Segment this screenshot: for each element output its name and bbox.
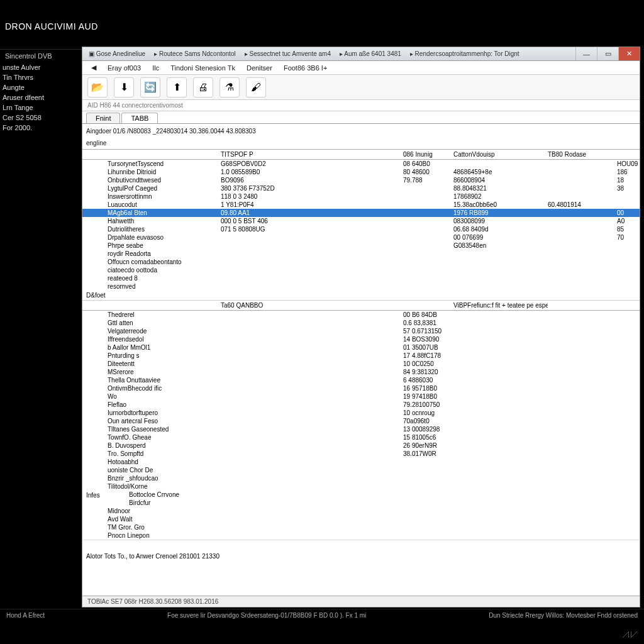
breadcrumb[interactable]: ▸ Rendercsoaptroitammenhp: Tor Dignt <box>408 50 522 57</box>
table-row[interactable]: Gttl atten0.6 83,838139(2029 erst11ifcli <box>82 319 640 327</box>
breadcrumb[interactable]: ▸ Aum aße 6401 3481 <box>337 50 404 57</box>
table-row[interactable]: Wo19 97418B0 <box>82 392 640 401</box>
table-row[interactable]: Iffreendsedol14 BOS3090 <box>82 335 640 343</box>
column-header[interactable]: TB80 Rodase <box>548 151 617 158</box>
tab-fnint[interactable]: Fnint <box>86 113 120 123</box>
cell: 88.8048321 <box>453 184 548 192</box>
cell: Pnocn Linepon <box>108 531 221 540</box>
table-row[interactable]: Iurnorbdtorftupero10 ocnroug <box>82 409 640 417</box>
cell <box>548 376 617 384</box>
sidebar-item[interactable]: Lrn Tange <box>0 103 82 113</box>
menu-item[interactable]: Eray of003 <box>103 63 146 73</box>
funnel-icon[interactable]: ⚗ <box>219 77 240 97</box>
brush-icon[interactable]: 🖌 <box>246 77 266 97</box>
cell <box>617 368 640 376</box>
back-icon[interactable]: ◀ <box>86 62 101 73</box>
import-icon[interactable]: ⬇ <box>114 77 134 97</box>
sidebar-item[interactable]: unste Aulver <box>0 62 82 72</box>
cell <box>617 441 640 450</box>
tab-tabb[interactable]: TABB <box>121 113 158 123</box>
table-row[interactable]: MSrerore84 9:381320 <box>82 368 640 376</box>
sidebar-item[interactable]: For 2000. <box>0 123 82 133</box>
table-row[interactable]: Bnzrir _shfoudcao <box>82 474 640 482</box>
table-row[interactable]: Thella Onuttaaviee6 4886030 <box>82 376 640 384</box>
table-row[interactable]: Diteetentt10 0C0250 <box>82 360 640 368</box>
cell <box>617 258 640 266</box>
table-row[interactable]: Luaucodut1 Y81:P0F415.38ac0bb6e060.48019… <box>82 201 640 209</box>
table-row[interactable]: Thedrerel00 B6 84DB150 0W9 48 656c <box>82 311 640 319</box>
convert-icon[interactable]: 🔄 <box>140 77 160 97</box>
table-row[interactable]: TursorynetTsyscendG68SPOBV0D208 640B0HOU… <box>82 160 640 168</box>
menu-item[interactable]: Tindoni Stenesion Tk <box>165 63 240 73</box>
sidebar-item[interactable]: Aruser dfeent <box>0 92 82 103</box>
cell <box>403 233 453 242</box>
table-row[interactable]: b Aallor MmOl101 35007UB <box>82 343 640 352</box>
table-row[interactable]: Hotoaabhd <box>82 458 640 466</box>
table-row[interactable]: Lihunnibe Ditrioid1.0 085589B080 4860048… <box>82 168 640 176</box>
export-icon[interactable]: ⬆ <box>167 77 187 97</box>
sidebar-item[interactable]: Cer S2 5058 <box>0 113 82 123</box>
table-row[interactable]: Tlltanes Gaseonested13 00089298 <box>82 425 640 433</box>
column-header[interactable] <box>108 151 221 158</box>
cell <box>548 482 617 491</box>
table-row[interactable]: Oun artecral Feso70a096t0 <box>82 417 640 425</box>
table-row[interactable]: Birdcfur <box>104 499 640 507</box>
sidebar-item[interactable]: Aungte <box>0 82 82 92</box>
table-row[interactable]: Avd Walt <box>82 515 640 523</box>
column-header[interactable]: TITSPOF P <box>221 151 403 158</box>
table-row[interactable]: Dutriolitheres071 5 80808UG06.68 8409d85 <box>82 225 640 233</box>
table-row[interactable]: Velgaterreode57 0.6713150 <box>82 327 640 335</box>
table-row[interactable]: Hahwetth000 0 5 BST 406083008099A0045 S8… <box>82 217 640 225</box>
table-row[interactable]: ciatoecdo oottoda <box>82 266 640 274</box>
menu-item[interactable]: Foot86 3B6 I+ <box>279 63 332 73</box>
print-icon[interactable]: 🖨 <box>193 77 213 97</box>
column-header[interactable]: CattonVdouisp <box>453 151 548 158</box>
maximize-button[interactable]: ▭ <box>597 47 618 60</box>
cell <box>548 441 617 450</box>
table-row[interactable]: MAgb6al Bten09.80 AA11976 RB89900 <box>82 209 640 217</box>
cell: Drpahlate euvasoso <box>108 233 221 242</box>
table-row[interactable]: Fleflao79.28100750 <box>82 401 640 409</box>
table-row[interactable]: TownfO. Gheae15 81005c6 <box>82 433 640 441</box>
open-icon[interactable]: 📂 <box>87 77 108 97</box>
table-row[interactable]: Bottocloe Crrvone <box>104 491 640 499</box>
cell: LygtulPof Caeged <box>108 184 221 192</box>
sidebar-item[interactable]: Tin Thrvrs <box>0 72 82 82</box>
table-row[interactable]: Phrpe seabeG083548en <box>82 242 640 250</box>
cell <box>221 352 403 360</box>
taskbar-center: Foe suvere lir Desvandgo Srdeersateng-01… <box>167 612 366 619</box>
table-row[interactable]: Midnoor <box>82 507 640 515</box>
menubar: ◀Eray of003IlcTindoni Stenesion TkDenits… <box>82 61 640 75</box>
table-row[interactable]: uoniste Chor De <box>82 466 640 474</box>
table-row[interactable]: Tro. Sompftd38.017W0R <box>82 450 640 458</box>
table-row[interactable]: Drpahlate euvasoso00 07669970 <box>82 233 640 242</box>
breadcrumb[interactable]: ▸ Sessectnet tuc Amvente am4 <box>242 50 333 57</box>
cell <box>475 491 569 499</box>
cell <box>475 499 569 507</box>
table-row[interactable]: resornved <box>82 282 640 291</box>
table-row[interactable]: Pnocn Linepon <box>82 531 640 540</box>
table-row[interactable]: OntivmBhecodd ific16 95718B0 <box>82 384 640 392</box>
table-row[interactable]: Tilitodol/Korne <box>82 482 640 491</box>
table-row[interactable]: Offoucn comadabeontanto <box>82 258 640 266</box>
table-row[interactable]: TM Gror. Gro <box>82 523 640 531</box>
table-row[interactable]: B. Duvosperd26 90erN9R <box>82 441 640 450</box>
minimize-button[interactable]: — <box>575 47 597 60</box>
cell <box>453 319 548 327</box>
cell <box>617 360 640 368</box>
table-row[interactable]: OnbutivcndttwesedBO909679.78886600890418 <box>82 176 640 184</box>
table-row[interactable]: LygtulPof Caeged380 3736 F73752D88.80483… <box>82 184 640 192</box>
cell <box>221 282 403 291</box>
menu-item[interactable]: Ilc <box>147 63 164 73</box>
breadcrumb[interactable]: ▸ Routece Sams Ndcontontol <box>152 50 238 57</box>
breadcrumb[interactable]: ▣ Gose Anedineliue <box>86 50 148 57</box>
table-row[interactable]: Pnturding s17 4.88fC178 <box>82 352 640 360</box>
cell <box>548 217 617 225</box>
table-row[interactable]: Inswersrottinmn118 0 3 248017868902FERAL… <box>82 192 640 201</box>
close-button[interactable]: ✕ <box>618 47 640 60</box>
column-header[interactable]: 086 Inunig <box>403 151 453 158</box>
table-row[interactable]: reateoed 8 <box>82 274 640 282</box>
table-row[interactable]: roydir Readorta <box>82 250 640 258</box>
column-header[interactable] <box>617 151 640 158</box>
menu-item[interactable]: Denitser <box>242 63 277 73</box>
